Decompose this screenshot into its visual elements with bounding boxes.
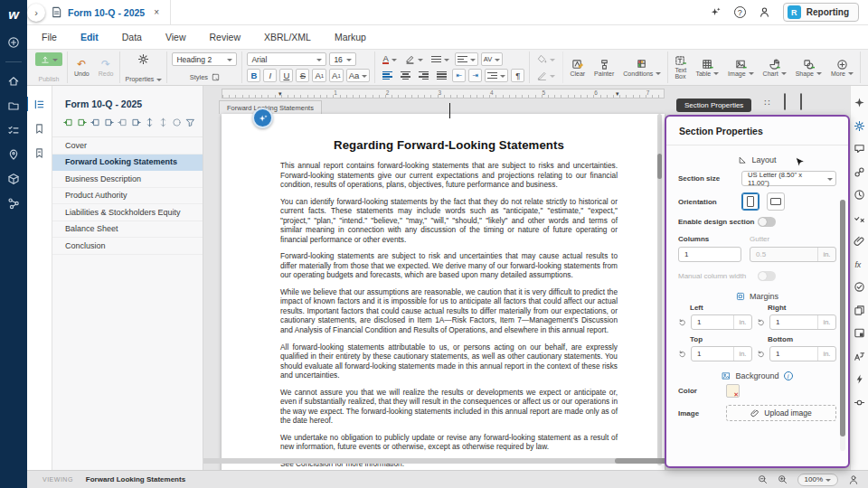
bookmark-panel-icon[interactable] xyxy=(33,123,45,135)
insert-text-box-button[interactable]: Text Box xyxy=(673,54,688,80)
margin-top-input[interactable]: 1in. xyxy=(691,346,752,361)
outdent-icon[interactable] xyxy=(104,117,114,127)
paragraph-style-select[interactable]: Heading 2 xyxy=(172,52,237,66)
menu-edit[interactable]: Edit xyxy=(80,32,99,42)
lightning-icon[interactable] xyxy=(854,373,865,385)
reset-top-margin-icon[interactable] xyxy=(678,350,686,358)
manual-column-width-toggle[interactable] xyxy=(758,271,776,281)
numbered-list-button[interactable] xyxy=(485,69,508,82)
align-center-button[interactable] xyxy=(398,69,413,82)
menu-view[interactable]: View xyxy=(165,32,186,42)
promote-icon[interactable] xyxy=(131,117,141,127)
insert-image-button[interactable]: Image xyxy=(726,58,755,78)
orientation-landscape-button[interactable] xyxy=(767,192,785,211)
insert-shape-button[interactable]: Shape xyxy=(794,58,824,78)
check-circle-icon[interactable] xyxy=(854,281,865,293)
comment-icon[interactable] xyxy=(854,143,865,155)
format-painter-button[interactable]: Painter xyxy=(592,58,616,78)
paperclip-icon[interactable] xyxy=(854,235,865,247)
bullet-list-button[interactable] xyxy=(455,52,478,66)
columns-input[interactable]: 1 xyxy=(678,247,741,262)
copy-icon[interactable] xyxy=(854,305,865,316)
enable-design-toggle[interactable] xyxy=(758,217,776,227)
align-left-button[interactable] xyxy=(380,69,395,82)
convert-icon[interactable] xyxy=(854,351,865,362)
letter-spacing-button[interactable]: AV xyxy=(481,52,503,66)
nav-item-cover[interactable]: Cover xyxy=(52,137,203,155)
vertical-scrollbar[interactable] xyxy=(657,114,662,465)
gear-icon[interactable] xyxy=(854,120,865,132)
line-spacing-button[interactable] xyxy=(429,52,452,66)
insert-after-icon[interactable] xyxy=(77,117,87,127)
change-case-button[interactable]: Aa xyxy=(346,69,371,82)
help-icon[interactable]: ? xyxy=(734,6,746,18)
reporting-workspace-button[interactable]: R Reporting xyxy=(783,3,859,22)
font-color-button[interactable]: A xyxy=(380,52,399,66)
italic-button[interactable]: I xyxy=(263,69,277,82)
workiva-logo[interactable]: w xyxy=(0,0,27,27)
margin-bottom-input[interactable]: 1in. xyxy=(769,346,836,361)
zoom-in-icon[interactable] xyxy=(778,474,788,484)
zoom-out-icon[interactable] xyxy=(758,474,768,484)
fx-icon[interactable]: fx xyxy=(854,258,865,270)
zoom-level-select[interactable]: 100% xyxy=(797,474,838,486)
subscript-button[interactable]: A1 xyxy=(329,69,344,82)
background-info-icon[interactable]: i xyxy=(784,371,793,380)
document-tab[interactable]: Form 10-Q - 2025 × xyxy=(27,0,171,25)
suppress-icon[interactable] xyxy=(854,212,865,224)
orientation-portrait-button[interactable] xyxy=(741,192,760,211)
workflow-icon[interactable] xyxy=(7,197,20,210)
nav-item-forward-looking-statements[interactable]: Forward Looking Statements xyxy=(52,155,203,172)
insert-table-button[interactable]: Table xyxy=(693,58,721,78)
underline-button[interactable]: U xyxy=(279,69,293,82)
ai-assistant-button[interactable] xyxy=(252,108,273,128)
shortcuts-icon[interactable]: ∷ xyxy=(764,98,769,108)
background-color-picker[interactable] xyxy=(726,384,740,398)
collapse-nav-button[interactable]: › xyxy=(27,4,45,22)
border-style-button[interactable] xyxy=(534,69,558,82)
margin-left-input[interactable]: 1in. xyxy=(691,314,752,330)
upload-image-button[interactable]: Upload image xyxy=(726,405,836,421)
dock-bottom-icon[interactable] xyxy=(800,94,802,110)
panel-scrollbar-thumb[interactable] xyxy=(840,200,845,436)
create-icon[interactable] xyxy=(7,36,20,49)
home-icon[interactable] xyxy=(7,75,20,88)
files-icon[interactable] xyxy=(7,99,20,112)
indent-increase-button[interactable]: ⇥ xyxy=(468,69,482,82)
font-size-select[interactable]: 16 xyxy=(329,52,356,66)
link-chain-icon[interactable] xyxy=(854,166,865,178)
align-justify-button[interactable] xyxy=(434,69,449,82)
menu-markup[interactable]: Markup xyxy=(335,32,366,42)
fill-color-button[interactable] xyxy=(534,52,558,66)
history-icon[interactable] xyxy=(854,189,865,201)
vertical-scrollbar-thumb[interactable] xyxy=(657,154,662,179)
indent-decrease-button[interactable]: ⇤ xyxy=(452,69,466,82)
insert-more-button[interactable]: More xyxy=(829,58,855,78)
reset-left-margin-icon[interactable] xyxy=(678,318,686,326)
nav-item-liabilities-stockholders-equity[interactable]: Liabilities & Stockholders Equity xyxy=(52,204,203,221)
labels-panel-icon[interactable] xyxy=(33,147,45,159)
menu-file[interactable]: File xyxy=(42,32,57,42)
platform-icon[interactable] xyxy=(7,173,20,185)
publish-button[interactable] xyxy=(35,52,62,66)
filter-icon[interactable] xyxy=(185,117,195,127)
strikethrough-button[interactable]: S xyxy=(296,69,309,82)
nav-item-business-description[interactable]: Business Description xyxy=(52,171,203,188)
indent-marker[interactable]: ▾ xyxy=(616,91,619,97)
redo-button[interactable]: ↷Redo xyxy=(97,57,116,78)
move-up-icon[interactable] xyxy=(145,117,155,127)
conditions-button[interactable]: Conditions xyxy=(621,58,663,78)
move-down-icon[interactable] xyxy=(158,117,168,127)
insert-before-icon[interactable] xyxy=(63,117,73,127)
outline-panel-icon[interactable] xyxy=(33,99,45,110)
clear-formatting-button[interactable]: Clear xyxy=(568,58,587,78)
circle-icon[interactable] xyxy=(172,117,182,127)
superscript-button[interactable]: A1 xyxy=(312,69,326,82)
close-tab-icon[interactable]: × xyxy=(154,7,159,17)
paragraph-marks-button[interactable]: ¶ xyxy=(511,69,524,82)
font-family-select[interactable]: Arial xyxy=(247,52,326,66)
nav-item-balance-sheet[interactable]: Balance Sheet xyxy=(52,221,203,239)
menu-data[interactable]: Data xyxy=(122,32,142,42)
location-icon[interactable] xyxy=(7,148,20,161)
insert-chart-button[interactable]: Chart xyxy=(761,58,788,78)
